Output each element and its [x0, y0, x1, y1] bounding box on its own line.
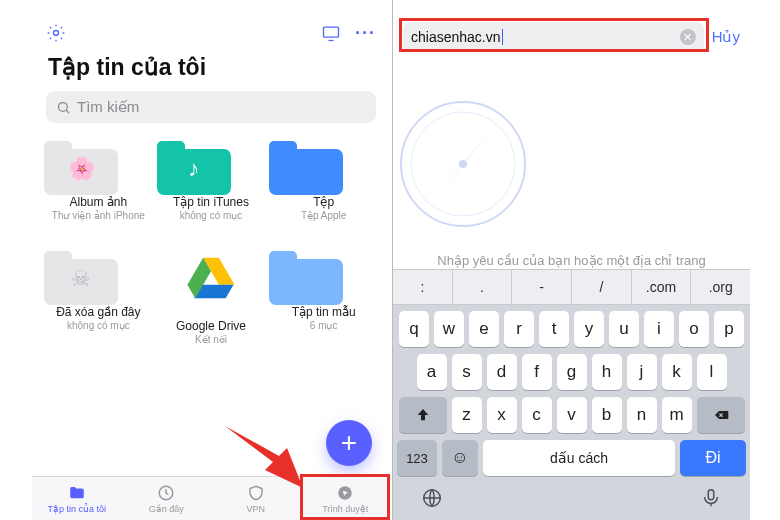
key[interactable]: i: [644, 311, 674, 347]
page-title: Tập tin của tôi: [32, 50, 390, 91]
more-icon[interactable]: ···: [355, 24, 376, 42]
key[interactable]: j: [627, 354, 657, 390]
key[interactable]: z: [452, 397, 482, 433]
shift-key[interactable]: [399, 397, 447, 433]
gdrive-icon: [174, 251, 248, 313]
key[interactable]: k: [662, 354, 692, 390]
url-text: chiasenhac.vn: [411, 29, 501, 45]
kb-shortcut[interactable]: /: [572, 270, 632, 304]
tab-recent[interactable]: Gần đây: [122, 477, 212, 520]
folder-icon: ☠: [44, 247, 118, 305]
browser-screen: chiasenhac.vn ✕ Hủy Nhập yêu cầu của bạn…: [392, 0, 750, 520]
search-placeholder: Tìm kiếm: [77, 98, 139, 116]
svg-point-0: [54, 31, 59, 36]
kb-shortcut[interactable]: .com: [632, 270, 692, 304]
go-key[interactable]: Đi: [680, 440, 746, 476]
key[interactable]: f: [522, 354, 552, 390]
kb-shortcut[interactable]: :: [393, 270, 453, 304]
key[interactable]: q: [399, 311, 429, 347]
display-icon[interactable]: [321, 23, 341, 43]
status-bar: [32, 0, 390, 16]
tile-gdrive[interactable]: Google Drive Kết nối: [157, 247, 266, 345]
space-key[interactable]: dấu cách: [483, 440, 675, 476]
kb-row-1: q w e r t y u i o p: [397, 311, 746, 347]
key[interactable]: h: [592, 354, 622, 390]
folder-icon: [269, 247, 343, 305]
key[interactable]: c: [522, 397, 552, 433]
key[interactable]: g: [557, 354, 587, 390]
key[interactable]: y: [574, 311, 604, 347]
svg-point-2: [59, 102, 68, 111]
compass-icon: [393, 94, 533, 234]
tile-files[interactable]: Tệp Tệp Apple: [269, 137, 378, 221]
address-bar-row: chiasenhac.vn ✕ Hủy: [393, 16, 750, 58]
key[interactable]: t: [539, 311, 569, 347]
top-bar: ···: [32, 16, 390, 50]
kb-shortcut[interactable]: .: [453, 270, 513, 304]
key[interactable]: b: [592, 397, 622, 433]
key[interactable]: v: [557, 397, 587, 433]
keyboard-shortcut-row: : . - / .com .org: [393, 269, 750, 305]
status-bar: [393, 0, 750, 16]
cancel-button[interactable]: Hủy: [712, 28, 740, 46]
tab-bar: Tập tin của tôi Gần đây VPN Trình duyệt: [32, 476, 390, 520]
tile-album[interactable]: 🌸 Album ảnh Thư viện ảnh iPhone: [44, 137, 153, 221]
key[interactable]: a: [417, 354, 447, 390]
key[interactable]: p: [714, 311, 744, 347]
key[interactable]: m: [662, 397, 692, 433]
tab-browser[interactable]: Trình duyệt: [301, 477, 391, 520]
add-button[interactable]: +: [326, 420, 372, 466]
keyboard: : . - / .com .org q w e r t y u i o p: [393, 269, 750, 520]
folder-icon: [269, 137, 343, 195]
kb-row-4: 123 ☺ dấu cách Đi: [397, 440, 746, 476]
kb-shortcut[interactable]: .org: [691, 270, 750, 304]
key[interactable]: e: [469, 311, 499, 347]
mic-icon[interactable]: [700, 487, 722, 513]
url-input[interactable]: chiasenhac.vn ✕: [403, 22, 704, 52]
key[interactable]: x: [487, 397, 517, 433]
numbers-key[interactable]: 123: [397, 440, 437, 476]
globe-icon[interactable]: [421, 487, 443, 513]
key[interactable]: u: [609, 311, 639, 347]
tab-vpn[interactable]: VPN: [211, 477, 301, 520]
keyboard-bottom-row: [393, 480, 750, 520]
emoji-key[interactable]: ☺: [442, 440, 478, 476]
svg-point-9: [459, 160, 467, 168]
folder-grid: 🌸 Album ảnh Thư viện ảnh iPhone ♪ Tập ti…: [32, 137, 390, 345]
key[interactable]: l: [697, 354, 727, 390]
folder-icon: ♪: [157, 137, 231, 195]
settings-icon[interactable]: [46, 23, 66, 43]
kb-shortcut[interactable]: -: [512, 270, 572, 304]
tile-samples[interactable]: Tập tin mẫu 6 mục: [269, 247, 378, 345]
key[interactable]: w: [434, 311, 464, 347]
files-app-screen: ··· Tập tin của tôi Tìm kiếm 🌸 Album ảnh…: [32, 0, 390, 520]
kb-row-3: z x c v b n m: [397, 397, 746, 433]
key[interactable]: r: [504, 311, 534, 347]
key[interactable]: o: [679, 311, 709, 347]
tile-trash[interactable]: ☠ Đã xóa gần đây không có mục: [44, 247, 153, 345]
clear-icon[interactable]: ✕: [680, 29, 696, 45]
svg-rect-11: [708, 490, 714, 500]
kb-row-2: a s d f g h j k l: [397, 354, 746, 390]
folder-icon: 🌸: [44, 137, 118, 195]
text-caret: [502, 29, 504, 45]
tile-itunes[interactable]: ♪ Tập tin iTunes không có mục: [157, 137, 266, 221]
tab-my-files[interactable]: Tập tin của tôi: [32, 477, 122, 520]
key[interactable]: d: [487, 354, 517, 390]
backspace-key[interactable]: [697, 397, 745, 433]
key[interactable]: n: [627, 397, 657, 433]
search-input[interactable]: Tìm kiếm: [46, 91, 376, 123]
key[interactable]: s: [452, 354, 482, 390]
svg-rect-1: [323, 27, 338, 37]
